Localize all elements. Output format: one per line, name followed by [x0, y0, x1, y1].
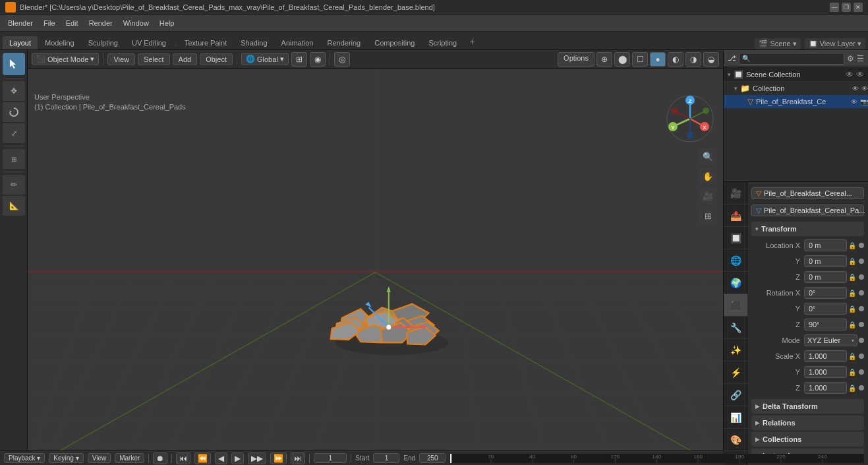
minimize-button[interactable]: — — [830, 3, 839, 12]
prop-tab-modifiers[interactable]: 🔧 — [724, 317, 747, 339]
play-button[interactable]: ▶ — [231, 452, 244, 464]
rotation-x-lock[interactable]: 🔒 — [847, 288, 857, 298]
select-menu-button[interactable]: Select — [138, 53, 170, 65]
rotation-x-dot[interactable] — [859, 290, 864, 295]
tab-shading[interactable]: Shading — [234, 36, 274, 49]
current-frame-field[interactable]: 1 — [314, 453, 347, 463]
location-y-field[interactable]: 0 m — [804, 255, 847, 267]
scale-z-lock[interactable]: 🔒 — [847, 383, 857, 393]
scene-collection-render-eye[interactable]: 👁 — [856, 70, 864, 79]
location-z-field[interactable]: 0 m — [804, 271, 847, 283]
menu-file[interactable]: File — [38, 18, 61, 28]
zoom-to-fit-button[interactable]: 🔍 — [699, 148, 716, 165]
mode-dropdown[interactable]: ⬛ Object Mode ▾ — [32, 53, 99, 65]
object-menu-button[interactable]: Object — [200, 53, 233, 65]
scene-collection-eye[interactable]: 👁 — [846, 70, 854, 79]
mode-indicator[interactable] — [3, 53, 25, 75]
prop-tab-scene[interactable]: 🌐 — [724, 249, 747, 272]
maximize-button[interactable]: ❐ — [842, 3, 851, 12]
prop-tab-constraints[interactable]: 🔗 — [724, 384, 747, 406]
menu-blender[interactable]: Blender — [3, 18, 38, 28]
scale-y-dot[interactable] — [859, 369, 864, 375]
jump-end-button[interactable]: ⏭ — [291, 452, 305, 464]
eevee-shading[interactable]: ◒ — [703, 52, 719, 67]
collection-render[interactable]: 👁 — [861, 85, 868, 92]
prop-tab-particles[interactable]: ✨ — [724, 339, 747, 361]
overlay-toggle[interactable]: ⬤ — [614, 52, 630, 67]
options-button[interactable]: Options — [558, 52, 594, 67]
rotation-mode-dot[interactable] — [859, 338, 864, 343]
collection-row[interactable]: ▾ 📁 Collection 👁 👁 — [724, 82, 868, 95]
object-render[interactable]: 📷 — [860, 98, 868, 106]
tab-layout[interactable]: Layout — [3, 36, 38, 49]
gizmo-toggle[interactable]: ⊕ — [596, 52, 612, 67]
rotation-z-lock[interactable]: 🔒 — [847, 319, 857, 330]
keying-dropdown[interactable]: Keying ▾ — [49, 453, 83, 463]
add-menu-button[interactable]: Add — [173, 53, 198, 65]
object-row[interactable]: ▽ Pile_of_Breakfast_Ce 👁 📷 — [724, 95, 868, 108]
playback-dropdown[interactable]: Playback ▾ — [4, 453, 45, 463]
tab-animation[interactable]: Animation — [275, 36, 320, 49]
outliner-search[interactable] — [739, 53, 844, 65]
scene-collection-row[interactable]: ▾ 🔲 Scene Collection 👁 👁 — [724, 67, 868, 82]
jump-start-button[interactable]: ⏮ — [176, 452, 190, 464]
location-z-dot[interactable] — [859, 274, 864, 280]
scale-x-dot[interactable] — [859, 354, 864, 359]
prop-tab-world[interactable]: 🌍 — [724, 272, 747, 294]
grid-view-button[interactable]: ⊞ — [699, 207, 716, 224]
location-x-field[interactable]: 0 m — [804, 239, 847, 251]
tab-texture-paint[interactable]: Texture Paint — [178, 36, 233, 49]
scale-x-field[interactable]: 1.000 — [804, 350, 847, 362]
end-frame-field[interactable]: 250 — [419, 453, 446, 463]
prev-frame-button[interactable]: ◀ — [215, 452, 227, 464]
solid-shading[interactable]: ● — [650, 52, 666, 67]
view-layer-selector[interactable]: 🔲 View Layer ▾ — [805, 38, 865, 49]
prev-keyframe-button[interactable]: ⏪ — [194, 452, 211, 464]
navigation-gizmo[interactable]: Z X Y — [664, 92, 716, 145]
delta-transform-header[interactable]: ▶ Delta Transform — [751, 399, 864, 414]
scale-y-field[interactable]: 1.000 — [804, 366, 847, 378]
rendered-shading[interactable]: ◑ — [685, 52, 701, 67]
rotation-x-field[interactable]: 0° — [804, 287, 847, 299]
material-shading[interactable]: ◐ — [668, 52, 683, 67]
marker-dropdown[interactable]: Marker — [115, 453, 144, 463]
outliner-options-icon[interactable]: ☰ — [857, 54, 864, 63]
tab-rendering[interactable]: Rendering — [320, 36, 367, 49]
scene-canvas[interactable]: User Perspective (1) Collection | Pile_o… — [28, 69, 723, 450]
rotation-z-dot[interactable] — [859, 322, 864, 327]
rotation-y-field[interactable]: 0° — [804, 303, 847, 315]
location-x-lock[interactable]: 🔒 — [847, 240, 857, 251]
tab-scripting[interactable]: Scripting — [422, 36, 463, 49]
object-name-field[interactable]: ▽ Pile_of_Breakfast_Cereal... — [751, 187, 864, 199]
scale-z-field[interactable]: 1.000 — [804, 382, 847, 394]
prop-tab-data[interactable]: 📊 — [724, 406, 747, 429]
tab-compositing[interactable]: Compositing — [368, 36, 421, 49]
object-eye[interactable]: 👁 — [851, 98, 857, 106]
location-y-lock[interactable]: 🔒 — [847, 256, 857, 266]
rotation-z-field[interactable]: 90° — [804, 319, 847, 330]
scene-selector[interactable]: 🎬 Scene ▾ — [755, 38, 800, 49]
annotate-tool-button[interactable]: ✏ — [3, 175, 25, 195]
ruler-tool-button[interactable]: 📐 — [3, 196, 25, 216]
view-menu-button[interactable]: View — [107, 53, 135, 65]
relations-header[interactable]: ▶ Relations — [751, 416, 864, 430]
prop-tab-material[interactable]: 🎨 — [724, 429, 747, 451]
proportional-edit-button[interactable]: ◉ — [310, 52, 326, 67]
xray-toggle[interactable]: ☐ — [632, 52, 648, 67]
rotation-y-dot[interactable] — [859, 306, 864, 311]
menu-window[interactable]: Window — [118, 18, 154, 28]
scale-x-lock[interactable]: 🔒 — [847, 351, 857, 361]
prop-tab-physics[interactable]: ⚡ — [724, 361, 747, 384]
tab-sculpting[interactable]: Sculpting — [82, 36, 125, 49]
prop-tab-render[interactable]: 🎥 — [724, 182, 747, 204]
record-button[interactable]: ⏺ — [153, 452, 167, 464]
mesh-name-field[interactable]: ▽ Pile_of_Breakfast_Cereal_Pa... — [751, 204, 864, 216]
snap-button[interactable]: ⊞ — [291, 52, 307, 67]
menu-edit[interactable]: Edit — [61, 18, 84, 28]
location-z-lock[interactable]: 🔒 — [847, 272, 857, 282]
next-frame-button[interactable]: ▶▶ — [248, 452, 266, 464]
close-button[interactable]: ✕ — [854, 3, 863, 12]
next-keyframe-button[interactable]: ⏩ — [270, 452, 287, 464]
start-frame-field[interactable]: 1 — [373, 453, 399, 463]
location-x-dot[interactable] — [859, 243, 864, 248]
